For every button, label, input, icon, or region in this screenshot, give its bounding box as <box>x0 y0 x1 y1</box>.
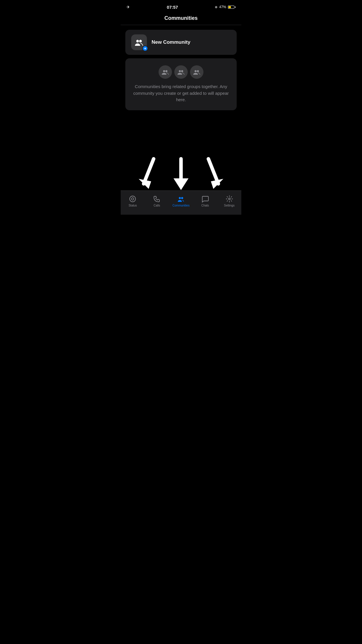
community-icon-1 <box>159 65 172 79</box>
tab-calls-label: Calls <box>154 204 160 207</box>
calls-icon <box>153 195 161 203</box>
tab-communities[interactable]: Communities <box>172 195 190 207</box>
svg-line-8 <box>144 159 154 184</box>
arrow-center <box>171 156 191 191</box>
svg-point-5 <box>181 70 183 72</box>
communities-icons-row <box>159 65 203 79</box>
community-icon-2 <box>174 65 188 79</box>
lock-icon: ⊕ <box>215 5 217 9</box>
svg-marker-11 <box>173 178 188 190</box>
battery-icon <box>228 6 236 9</box>
svg-point-14 <box>130 196 136 202</box>
battery-percent: 47% <box>219 5 226 9</box>
svg-point-2 <box>163 70 165 72</box>
status-bar: ✈ 07:57 ⊕ 47% <box>121 0 241 13</box>
status-icon <box>129 195 136 203</box>
info-card: Communities bring related groups togethe… <box>125 58 237 110</box>
info-description: Communities bring related groups togethe… <box>131 83 231 103</box>
battery-body <box>228 6 234 9</box>
svg-point-1 <box>139 40 142 43</box>
new-community-card[interactable]: + New Community <box>125 30 237 55</box>
main-content: + New Community <box>121 25 241 115</box>
arrows-container <box>121 133 241 191</box>
status-time: 07:57 <box>167 5 178 10</box>
svg-point-18 <box>229 198 230 200</box>
svg-point-0 <box>136 40 139 43</box>
svg-point-4 <box>179 70 181 72</box>
status-left: ✈ <box>126 5 130 9</box>
svg-point-6 <box>195 70 197 72</box>
svg-point-17 <box>181 197 183 199</box>
new-community-label: New Community <box>152 39 190 45</box>
airplane-icon: ✈ <box>126 5 130 9</box>
group-people-icon <box>134 38 144 46</box>
arrow-left <box>138 156 159 191</box>
arrow-right <box>203 156 224 191</box>
tab-chats-label: Chats <box>201 204 209 207</box>
new-community-icon: + <box>131 34 147 50</box>
svg-point-7 <box>197 70 199 72</box>
tab-communities-label: Communities <box>173 204 189 207</box>
plus-badge: + <box>142 46 148 51</box>
svg-marker-13 <box>211 179 224 189</box>
tab-calls[interactable]: Calls <box>148 195 166 207</box>
communities-icon <box>177 195 185 203</box>
tab-bar: Status Calls Communities Chats Settings <box>121 190 241 215</box>
tab-chats[interactable]: Chats <box>196 195 214 207</box>
tab-status-label: Status <box>129 204 137 207</box>
tab-settings-label: Settings <box>224 204 235 207</box>
chats-icon <box>201 195 209 203</box>
svg-line-12 <box>208 159 218 184</box>
page-title: Communities <box>125 15 237 21</box>
svg-point-16 <box>179 197 181 199</box>
svg-point-3 <box>166 70 168 72</box>
battery-fill <box>229 6 231 8</box>
page-header: Communities <box>121 13 241 25</box>
settings-icon <box>226 195 233 203</box>
battery-tip <box>235 6 236 8</box>
status-right: ⊕ 47% <box>215 5 236 9</box>
svg-point-15 <box>131 198 134 200</box>
svg-marker-9 <box>138 179 151 189</box>
community-icon-3 <box>190 65 203 79</box>
tab-status[interactable]: Status <box>124 195 141 207</box>
tab-settings[interactable]: Settings <box>221 195 238 207</box>
